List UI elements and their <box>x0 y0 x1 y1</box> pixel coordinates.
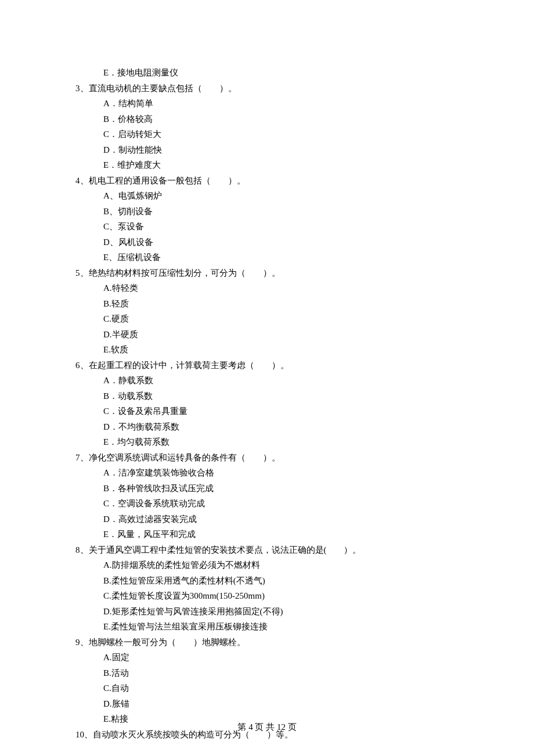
option-e: E．均匀载荷系数 <box>75 434 459 450</box>
option-c: C．设备及索吊具重量 <box>75 404 459 419</box>
option-c: C．启动转矩大 <box>75 127 459 142</box>
question-text: 在起重工程的设计中，计算载荷主要考虑（ ）。 <box>89 361 289 370</box>
option-a: A.防排烟系统的柔性短管必须为不燃材料 <box>75 557 459 573</box>
question-stem: 6、在起重工程的设计中，计算载荷主要考虑（ ）。 <box>75 358 459 373</box>
option-e: E、压缩机设备 <box>75 250 459 265</box>
option-b: B．动载系数 <box>75 388 459 404</box>
option-a: A.特轻类 <box>75 280 459 296</box>
question-text: 关于通风空调工程中柔性短管的安装技术要点，说法正确的是( ）。 <box>89 545 362 555</box>
option-c: C．空调设备系统联动完成 <box>75 496 459 512</box>
option-b: B．各种管线吹扫及试压完成 <box>75 481 459 496</box>
question-stem: 5、绝热结构材料按可压缩性划分，可分为（ ）。 <box>75 265 459 281</box>
question-number: 9、 <box>75 638 89 647</box>
question-stem: 4、机电工程的通用设备一般包括（ ）。 <box>75 173 459 189</box>
question-stem: 7、净化空调系统调试和运转具备的条件有（ ）。 <box>75 450 459 466</box>
option-c: C.柔性短管长度设置为300mm(150-250mm) <box>75 588 459 604</box>
option-b: B、切削设备 <box>75 204 459 219</box>
option-a: A.固定 <box>75 650 459 665</box>
question-number: 7、 <box>75 453 89 462</box>
option-b: B.柔性短管应采用透气的柔性材料(不透气) <box>75 573 459 589</box>
option-d: D、风机设备 <box>75 235 459 250</box>
question-text: 地脚螺栓一般可分为（ ）地脚螺栓。 <box>89 638 246 647</box>
option-d: D.矩形柔性短管与风管连接采用抱箍固定(不得) <box>75 604 459 620</box>
option-c: C.自动 <box>75 681 459 696</box>
leading-option: E．接地电阻测量仪 <box>75 65 459 81</box>
option-d: D．高效过滤器安装完成 <box>75 512 459 527</box>
option-e: E.柔性短管与法兰组装宜采用压板铆接连接 <box>75 619 459 635</box>
option-d: D.半硬质 <box>75 327 459 343</box>
question-text: 净化空调系统调试和运转具备的条件有（ ）。 <box>89 453 280 462</box>
question-stem: 8、关于通风空调工程中柔性短管的安装技术要点，说法正确的是( ）。 <box>75 542 459 558</box>
option-b: B．价格较高 <box>75 111 459 127</box>
question-stem: 9、地脚螺栓一般可分为（ ）地脚螺栓。 <box>75 635 459 650</box>
question-number: 6、 <box>75 361 89 370</box>
option-e: E．风量，风压平和完成 <box>75 527 459 542</box>
option-d: D．不均衡载荷系数 <box>75 419 459 435</box>
option-b: B.轻质 <box>75 296 459 312</box>
option-a: A．结构简单 <box>75 96 459 111</box>
question-number: 3、 <box>75 84 89 93</box>
option-b: B.活动 <box>75 665 459 681</box>
question-text: 直流电动机的主要缺点包括（ ）。 <box>89 84 237 93</box>
question-number: 8、 <box>75 545 89 555</box>
option-c: C、泵设备 <box>75 219 459 235</box>
option-c: C.硬质 <box>75 311 459 327</box>
page-footer: 第 4 页 共 12 页 <box>0 722 534 733</box>
question-number: 5、 <box>75 268 89 278</box>
option-e: E.软质 <box>75 342 459 358</box>
question-stem: 3、直流电动机的主要缺点包括（ ）。 <box>75 81 459 96</box>
option-d: D．制动性能快 <box>75 142 459 158</box>
page-content: E．接地电阻测量仪 3、直流电动机的主要缺点包括（ ）。 A．结构简单 B．价格… <box>0 0 534 742</box>
question-number: 4、 <box>75 176 89 185</box>
option-a: A．洁净室建筑装饰验收合格 <box>75 465 459 481</box>
question-text: 绝热结构材料按可压缩性划分，可分为（ ）。 <box>89 268 280 278</box>
option-a: A、电弧炼钢炉 <box>75 188 459 204</box>
question-text: 机电工程的通用设备一般包括（ ）。 <box>89 176 246 185</box>
option-d: D.胀锚 <box>75 696 459 712</box>
option-a: A．静载系数 <box>75 373 459 388</box>
option-e: E．维护难度大 <box>75 157 459 173</box>
